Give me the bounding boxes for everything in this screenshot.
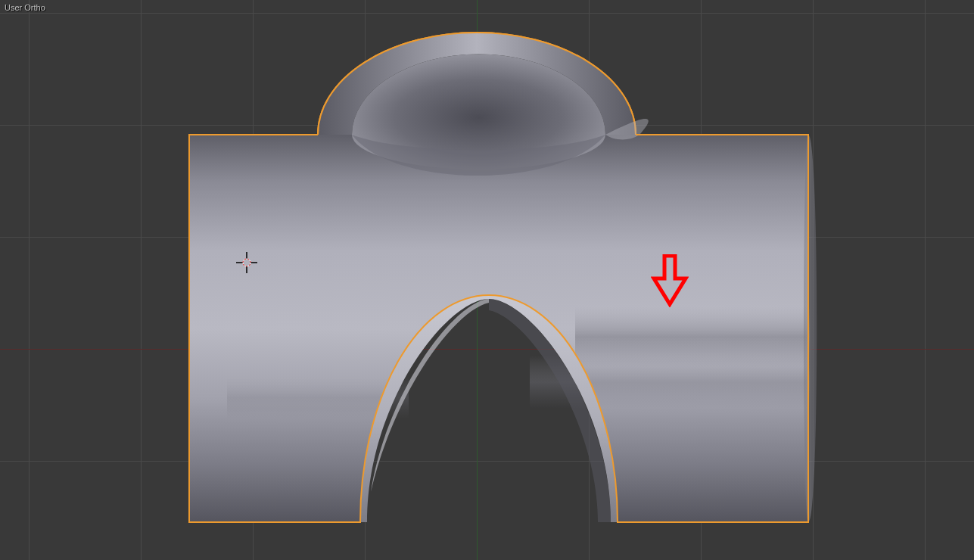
viewport-3d[interactable]: User Ortho [0,0,974,560]
view-label: User Ortho [5,3,45,12]
mesh-object[interactable] [0,0,974,560]
